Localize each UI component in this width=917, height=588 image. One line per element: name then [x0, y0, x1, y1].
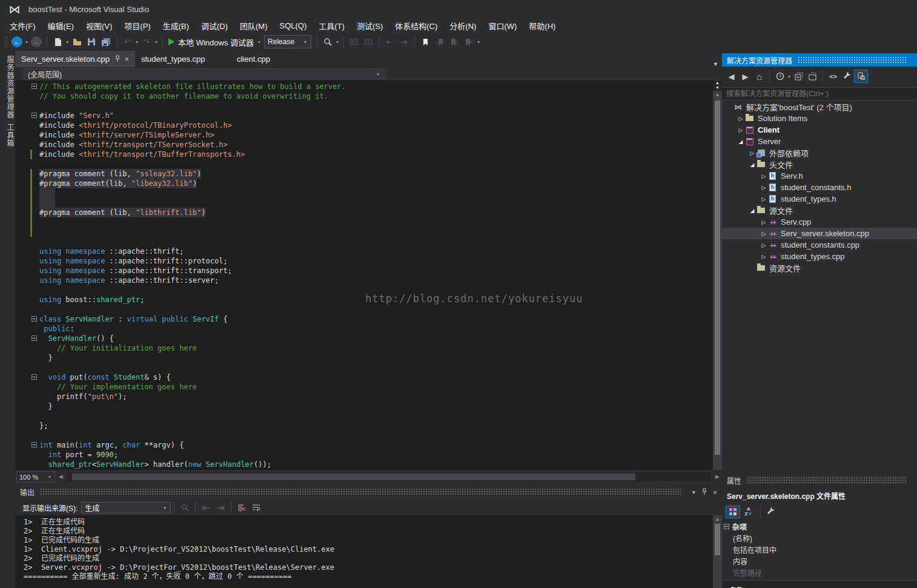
- chevron-collapsed-icon[interactable]: ▷: [737, 127, 744, 133]
- zoom-combo[interactable]: 100 % ▾: [16, 471, 55, 483]
- output-title-bar[interactable]: 输出 ▾ ×: [15, 484, 722, 500]
- navigate-forward-button[interactable]: →: [30, 35, 43, 48]
- tree-item[interactable]: ◢源文件: [722, 205, 917, 216]
- scroll-thumb[interactable]: [715, 101, 720, 455]
- chevron-expanded-icon[interactable]: ◢: [749, 208, 756, 214]
- view-code-icon[interactable]: <>: [826, 70, 840, 83]
- tree-item[interactable]: ▷hstudent_types.h: [722, 193, 917, 205]
- editor-tab[interactable]: client.cpp: [231, 51, 326, 67]
- configuration-combo[interactable]: Release ▾: [264, 35, 311, 48]
- chevron-collapsed-icon[interactable]: ▷: [749, 150, 756, 156]
- save-button[interactable]: [85, 35, 98, 48]
- chevron-collapsed-icon[interactable]: ▷: [737, 116, 744, 122]
- fold-marker-icon[interactable]: [31, 335, 37, 341]
- redo-dropdown[interactable]: ▾: [155, 39, 157, 45]
- close-icon[interactable]: ×: [713, 489, 717, 496]
- tree-item[interactable]: ▷hServ.h: [722, 170, 917, 182]
- solution-explorer-title-bar[interactable]: 解决方案资源管理器: [722, 53, 917, 67]
- prev-bookmark-button[interactable]: [433, 35, 446, 48]
- scroll-thumb[interactable]: [715, 524, 720, 555]
- chevron-collapsed-icon[interactable]: ▷: [760, 185, 767, 191]
- search-input[interactable]: [722, 88, 917, 100]
- properties-title-bar[interactable]: 属性: [722, 474, 917, 487]
- tree-item[interactable]: ▷hstudent_constants.h: [722, 182, 917, 193]
- menu-item[interactable]: SQL(Q): [274, 19, 313, 32]
- redo-button[interactable]: ↷: [140, 35, 153, 48]
- fold-marker-icon[interactable]: [31, 84, 37, 89]
- menu-item[interactable]: 帮助(H): [523, 18, 561, 33]
- tree-item[interactable]: ▷++student_types.cpp: [722, 251, 917, 262]
- tree-item[interactable]: ◢头文件: [722, 159, 917, 170]
- open-file-button[interactable]: [70, 35, 84, 48]
- alphabetical-sort-button[interactable]: AZ▼: [741, 506, 756, 518]
- navigate-back-button[interactable]: ←: [10, 35, 24, 48]
- increase-indent-button[interactable]: ⇥: [397, 35, 411, 48]
- toolbar-grip[interactable]: [5, 36, 7, 47]
- editor-tab[interactable]: student_types.cpp: [135, 51, 231, 67]
- comment-button[interactable]: [347, 35, 360, 48]
- undo-dropdown[interactable]: ▾: [136, 39, 138, 45]
- hscroll-thumb[interactable]: [72, 474, 635, 480]
- new-file-dropdown[interactable]: ▾: [66, 39, 68, 45]
- scroll-up-arrow[interactable]: ▲: [713, 517, 722, 522]
- pin-icon[interactable]: [114, 55, 120, 64]
- undo-button[interactable]: ↶: [121, 35, 134, 48]
- pending-changes-filter-icon[interactable]: [773, 70, 787, 83]
- editor-horizontal-scrollbar[interactable]: [67, 472, 711, 481]
- collapse-box-icon[interactable]: [724, 524, 729, 529]
- title-bar[interactable]: ⋈ boostTest - Microsoft Visual Studio: [0, 0, 917, 18]
- next-bookmark-button[interactable]: [448, 35, 461, 48]
- scroll-left-arrow[interactable]: ◀: [59, 474, 63, 480]
- decrease-indent-button[interactable]: ⇤: [383, 35, 396, 48]
- editor-vertical-scrollbar[interactable]: ▲▼ ▲: [713, 81, 722, 470]
- chevron-collapsed-icon[interactable]: ▷: [760, 242, 767, 248]
- toggle-bookmark-button[interactable]: [419, 35, 432, 48]
- new-file-button[interactable]: [51, 35, 64, 48]
- editor-tab[interactable]: Serv_server.skeleton.cpp×: [15, 51, 135, 67]
- chevron-expanded-icon[interactable]: ◢: [749, 162, 756, 168]
- tree-item[interactable]: ▷外部依赖项: [722, 147, 917, 159]
- clear-bookmarks-button[interactable]: [462, 35, 475, 48]
- menu-item[interactable]: 调试(D): [195, 18, 234, 33]
- close-icon[interactable]: ×: [125, 55, 129, 64]
- chevron-collapsed-icon[interactable]: ▷: [760, 254, 767, 260]
- find-message-button[interactable]: [179, 502, 191, 513]
- forward-button[interactable]: ▶: [738, 70, 752, 83]
- property-row[interactable]: 完整路径: [722, 567, 917, 578]
- property-category-row[interactable]: 杂项: [722, 521, 917, 532]
- tool-window-tab[interactable]: 服务器资源管理器: [0, 56, 15, 119]
- menu-item[interactable]: 测试(S): [351, 18, 389, 33]
- chevron-collapsed-icon[interactable]: ▷: [760, 196, 767, 202]
- output-scrollbar[interactable]: ▲: [713, 515, 722, 588]
- scroll-right-arrow[interactable]: ▶: [715, 474, 720, 480]
- fold-marker-icon[interactable]: [31, 316, 37, 322]
- code-editor[interactable]: // This autogenerated skeleton file illu…: [15, 81, 722, 470]
- menu-item[interactable]: 体系结构(C): [389, 18, 443, 33]
- properties-icon[interactable]: [840, 70, 854, 83]
- categorized-view-button[interactable]: [726, 506, 740, 518]
- output-source-combo[interactable]: 生成 ▾: [81, 502, 171, 514]
- find-dropdown[interactable]: ▾: [336, 39, 339, 45]
- menu-item[interactable]: 编辑(E): [42, 18, 80, 33]
- tree-item[interactable]: ◢Server: [722, 136, 917, 147]
- tree-item[interactable]: ⋈解决方案'boostTest' (2 个项目): [722, 101, 917, 113]
- chevron-collapsed-icon[interactable]: ▷: [760, 219, 767, 225]
- home-icon[interactable]: ⌂: [752, 70, 766, 83]
- navigate-back-dropdown[interactable]: ▾: [25, 39, 28, 45]
- word-wrap-button[interactable]: [250, 502, 262, 513]
- tree-item[interactable]: ▷++Serv_server.skeleton.cpp: [722, 228, 917, 239]
- save-all-button[interactable]: [99, 35, 113, 48]
- property-pages-button[interactable]: [764, 506, 778, 518]
- property-row[interactable]: 包括在项目中: [722, 544, 917, 555]
- find-in-files-button[interactable]: [321, 35, 334, 48]
- filter-dropdown[interactable]: ▾: [788, 74, 790, 79]
- solution-search-box[interactable]: [722, 87, 917, 101]
- menu-item[interactable]: 视图(V): [80, 18, 118, 33]
- tool-window-tab[interactable]: 工具箱: [0, 124, 15, 147]
- collapse-all-icon[interactable]: [792, 70, 806, 83]
- split-editor-handle[interactable]: ▲▼: [713, 81, 722, 91]
- tree-item[interactable]: 资源文件: [722, 262, 917, 274]
- menu-item[interactable]: 窗口(W): [482, 18, 523, 33]
- preview-selected-items-toggle[interactable]: [854, 70, 868, 83]
- tab-list-dropdown[interactable]: ▼: [713, 61, 718, 67]
